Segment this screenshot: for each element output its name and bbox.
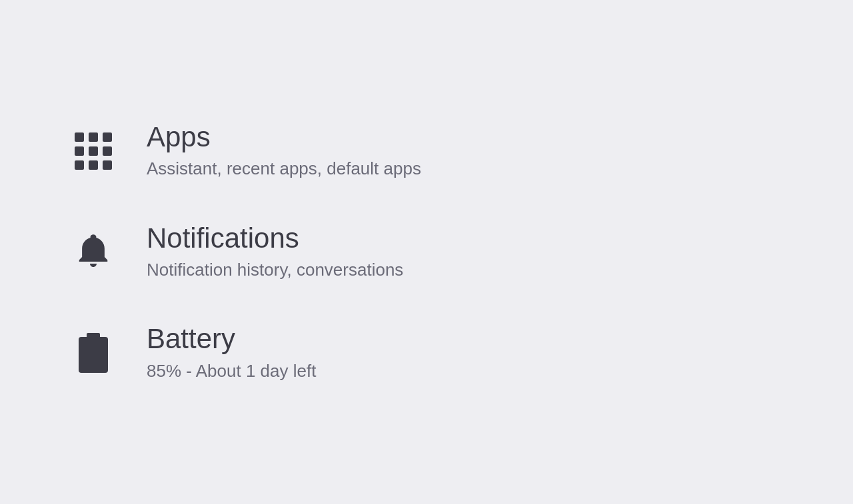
grid-dot (75, 132, 84, 142)
apps-grid-icon (75, 132, 112, 170)
apps-icon-container (67, 132, 120, 170)
notifications-title: Notifications (147, 223, 403, 254)
settings-item-apps[interactable]: Apps Assistant, recent apps, default app… (53, 101, 800, 202)
apps-subtitle: Assistant, recent apps, default apps (147, 158, 421, 180)
notifications-subtitle: Notification history, conversations (147, 259, 403, 282)
grid-dot (103, 160, 112, 170)
bell-icon (73, 230, 113, 273)
grid-dot (89, 160, 98, 170)
notifications-text: Notifications Notification history, conv… (147, 223, 403, 282)
battery-text: Battery 85% - About 1 day left (147, 324, 316, 382)
settings-item-battery[interactable]: Battery 85% - About 1 day left (53, 302, 800, 403)
grid-dot (103, 146, 112, 156)
apps-text: Apps Assistant, recent apps, default app… (147, 122, 421, 180)
battery-icon (79, 333, 108, 373)
battery-body (79, 337, 108, 373)
grid-dot (89, 132, 98, 142)
battery-title: Battery (147, 324, 316, 354)
bell-icon-container (67, 230, 120, 273)
grid-dot (103, 132, 112, 142)
battery-icon-container (67, 333, 120, 373)
grid-dot (89, 146, 98, 156)
battery-subtitle: 85% - About 1 day left (147, 360, 316, 383)
grid-dot (75, 146, 84, 156)
grid-dot (75, 160, 84, 170)
settings-item-notifications[interactable]: Notifications Notification history, conv… (53, 202, 800, 303)
apps-title: Apps (147, 122, 421, 152)
